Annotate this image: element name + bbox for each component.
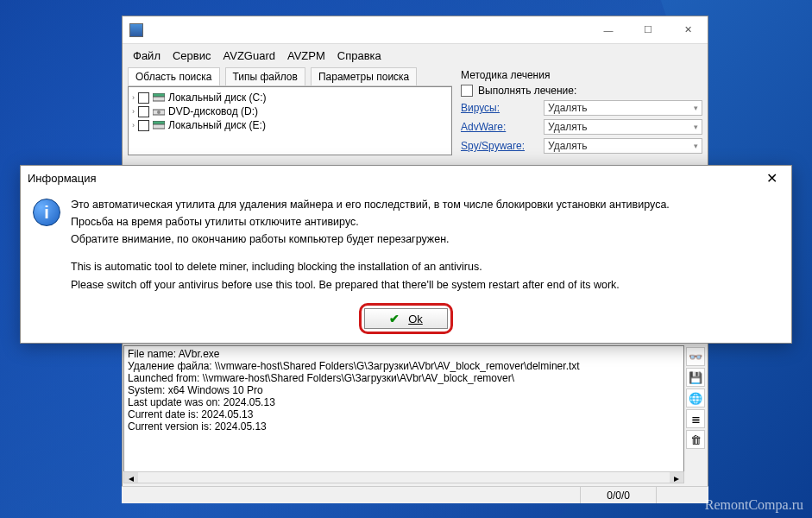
do-cure-label: Выполнять лечение:: [478, 85, 576, 97]
dialog-titlebar: Информация ✕: [21, 166, 791, 190]
tree-row-d[interactable]: › DVD-дисковод (D:): [132, 104, 448, 118]
chevron-right-icon: ›: [132, 107, 135, 116]
tree-row-e[interactable]: › Локальный диск (E:): [132, 118, 448, 132]
log-line: Current date is: 2024.05.13: [128, 408, 680, 420]
tab-file-types[interactable]: Типы файлов: [225, 67, 305, 85]
chevron-down-icon: ▾: [694, 123, 698, 131]
ok-label: Ok: [408, 313, 423, 325]
tab-scan-area[interactable]: Область поиска: [128, 67, 220, 85]
adware-label[interactable]: AdvWare:: [461, 121, 538, 133]
log-line: File name: AVbr.exe: [128, 348, 680, 360]
log-panel: File name: AVbr.exe Удаление файла: \\vm…: [123, 345, 707, 483]
log-line: System: x64 Windows 10 Pro: [128, 384, 680, 396]
dialog-text-en2: Please switch off your antivirus before …: [71, 277, 670, 293]
menu-service[interactable]: Сервис: [173, 49, 211, 62]
app-icon: [129, 23, 143, 37]
adware-action-value: Удалять: [548, 121, 588, 133]
menu-help[interactable]: Справка: [337, 49, 381, 62]
drive-e-label: Локальный диск (E:): [168, 119, 266, 131]
do-cure-checkbox[interactable]: [461, 85, 473, 97]
ok-button-highlight: ✔ Ok: [359, 303, 453, 334]
dvd-icon: [153, 107, 165, 117]
drive-c-label: Локальный диск (C:): [168, 92, 267, 104]
chevron-right-icon: ›: [132, 121, 135, 130]
dialog-text-ru3: Обратите внимание, по окончанию работы к…: [71, 231, 670, 247]
drive-d-label: DVD-дисковод (D:): [168, 105, 258, 117]
statusbar: 0/0/0: [122, 486, 708, 503]
virus-action-value: Удалять: [548, 102, 588, 114]
maximize-button[interactable]: ☐: [628, 16, 668, 43]
hdd-icon: [153, 93, 165, 103]
chevron-down-icon: ▾: [694, 104, 698, 112]
spyware-label[interactable]: Spy/Spyware:: [461, 140, 538, 152]
log-line: Launched from: \\vmware-host\Shared Fold…: [128, 372, 680, 384]
log-line: Current version is: 2024.05.13: [128, 420, 680, 433]
svg-point-3: [157, 111, 161, 114]
dialog-close-button[interactable]: ✕: [759, 168, 784, 188]
titlebar: — ☐ ✕: [123, 16, 708, 44]
check-icon: ✔: [389, 312, 400, 325]
virus-label[interactable]: Вирусы:: [461, 102, 538, 114]
dialog-message: Это автоматическая утилита для удаления …: [71, 197, 670, 294]
close-button[interactable]: ✕: [668, 16, 708, 43]
svg-rect-5: [153, 121, 165, 124]
virus-action-select[interactable]: Удалять ▾: [544, 100, 702, 116]
tree-row-c[interactable]: › Локальный диск (C:): [132, 91, 448, 104]
spyware-action-value: Удалять: [548, 140, 588, 152]
tab-scan-params[interactable]: Параметры поиска: [311, 67, 417, 85]
scroll-left-icon[interactable]: ◂: [124, 472, 138, 483]
dialog-title: Информация: [28, 172, 97, 185]
chevron-right-icon: ›: [132, 93, 135, 102]
menu-avzpm[interactable]: AVZPM: [287, 49, 325, 62]
menu-avzguard[interactable]: AVZGuard: [223, 49, 275, 62]
stack-icon[interactable]: ≣: [686, 409, 705, 428]
dialog-text-en1: This is automatic tool to delete miner, …: [71, 259, 670, 275]
log-line: Удаление файла: \\vmware-host\Shared Fol…: [128, 360, 680, 372]
menubar: Файл Сервис AVZGuard AVZPM Справка: [123, 44, 708, 67]
watermark: RemontCompa.ru: [705, 497, 803, 513]
svg-rect-1: [153, 93, 165, 97]
save-icon[interactable]: 💾: [686, 368, 705, 387]
clear-icon[interactable]: 🗑: [686, 430, 705, 449]
drive-d-checkbox[interactable]: [138, 106, 149, 117]
left-tabs: Область поиска Типы файлов Параметры пои…: [128, 67, 452, 86]
hdd-icon: [153, 121, 165, 130]
dialog-text-ru2: Просьба на время работы утилиты отключит…: [71, 214, 670, 230]
menu-file[interactable]: Файл: [133, 49, 161, 62]
horizontal-scrollbar[interactable]: ◂ ▸: [123, 471, 684, 483]
info-icon: i: [33, 199, 60, 226]
drive-tree: › Локальный диск (C:) › DVD-дисковод (D:…: [128, 86, 452, 155]
adware-action-select[interactable]: Удалять ▾: [544, 119, 702, 135]
chevron-down-icon: ▾: [694, 142, 698, 150]
dialog-text-ru1: Это автоматическая утилита для удаления …: [71, 197, 670, 212]
cure-group-title: Методика лечения: [461, 67, 702, 83]
log-line: Last update was on: 2024.05.13: [128, 396, 680, 408]
spyware-action-select[interactable]: Удалять ▾: [544, 138, 702, 154]
globe-icon[interactable]: 🌐: [686, 388, 705, 407]
drive-e-checkbox[interactable]: [138, 120, 149, 131]
glasses-icon[interactable]: 👓: [686, 347, 705, 366]
scroll-right-icon[interactable]: ▸: [670, 472, 683, 483]
info-dialog: Информация ✕ i Это автоматическая утилит…: [20, 165, 792, 344]
ok-button[interactable]: ✔ Ok: [364, 308, 448, 329]
drive-c-checkbox[interactable]: [138, 92, 149, 104]
log-text[interactable]: File name: AVbr.exe Удаление файла: \\vm…: [123, 345, 684, 483]
minimize-button[interactable]: —: [589, 16, 628, 43]
log-toolbar: 👓 💾 🌐 ≣ 🗑: [684, 345, 707, 483]
status-counter: 0/0/0: [580, 487, 656, 503]
